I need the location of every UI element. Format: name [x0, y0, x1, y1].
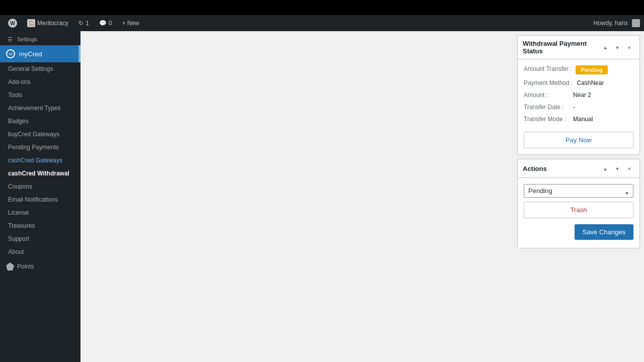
withdrawal-widget: Withdrawal Payment Status Amount Transfe…: [517, 35, 640, 155]
sidebar: ☰ Settings M myCred General SettingsAdd-…: [0, 31, 80, 362]
payment-method-value: CashNear: [577, 79, 633, 86]
save-row: Save Changes: [524, 218, 633, 242]
save-changes-button[interactable]: Save Changes: [575, 224, 633, 240]
withdrawal-widget-controls: [600, 42, 634, 52]
amount-row: Amount : Near 2: [524, 92, 633, 99]
comments-icon: 💬: [99, 20, 107, 27]
withdrawal-widget-body: Amount Transfer : Pending Payment Method…: [518, 59, 639, 154]
actions-widget-header: Actions: [518, 159, 639, 178]
user-avatar[interactable]: [632, 19, 640, 27]
wp-logo-icon: W: [8, 19, 17, 28]
amount-transfer-row: Amount Transfer : Pending: [524, 65, 633, 74]
transfer-date-row: Transfer Date : -: [524, 104, 633, 111]
actions-collapse-down-btn[interactable]: [612, 163, 622, 173]
payment-method-row: Payment Method : CashNear: [524, 79, 633, 86]
mycred-icon: M: [6, 49, 15, 58]
close-icon: [627, 165, 631, 172]
status-select-wrapper: Pending Approved Rejected ▼: [524, 184, 633, 202]
transfer-date-value: -: [573, 104, 633, 111]
top-black-bar: [0, 0, 644, 15]
sidebar-mycred-item[interactable]: M myCred: [0, 45, 80, 62]
sidebar-item-general-settings[interactable]: General Settings: [0, 62, 80, 75]
sidebar-item-email-notifications[interactable]: Email Notifications: [0, 193, 80, 206]
amount-value: Near 2: [573, 92, 633, 99]
settings-text: Settings: [17, 36, 37, 42]
actions-widget-title: Actions: [523, 165, 547, 172]
new-item[interactable]: + New: [118, 15, 143, 31]
points-icon: [6, 262, 14, 270]
admin-bar: W 🏠 Meritocracy ↻ 1 💬 0 + New Howdy, har…: [0, 15, 644, 31]
right-panel: Withdrawal Payment Status Amount Transfe…: [513, 31, 644, 362]
points-label: Points: [17, 263, 34, 270]
sidebar-item-tools[interactable]: Tools: [0, 88, 80, 102]
site-icon: 🏠: [27, 19, 35, 27]
site-name: Meritocracy: [37, 20, 68, 27]
actions-widget: Actions Pending App: [517, 159, 640, 248]
sidebar-item-support[interactable]: Support: [0, 232, 80, 245]
payment-method-label: Payment Method :: [524, 79, 573, 86]
withdrawal-widget-title: Withdrawal Payment Status: [523, 40, 600, 55]
chevron-up-icon: [603, 165, 608, 172]
settings-icon: ☰: [6, 35, 14, 43]
withdrawal-collapse-up-btn[interactable]: [600, 42, 610, 52]
admin-bar-right: Howdy, harix: [590, 19, 640, 27]
close-icon: [627, 44, 631, 51]
sidebar-item-achievement-types[interactable]: Achievement Types: [0, 102, 80, 115]
howdy-text: Howdy, harix: [590, 20, 632, 27]
pay-now-button[interactable]: Pay Now: [524, 132, 633, 148]
trash-button[interactable]: Trash: [524, 202, 633, 218]
sidebar-item-about[interactable]: About: [0, 245, 80, 258]
actions-widget-controls: [600, 163, 634, 173]
updates-count: 1: [86, 20, 89, 27]
chevron-down-icon: [615, 165, 620, 172]
transfer-mode-label: Transfer Mode :: [524, 116, 569, 123]
chevron-up-icon: [603, 44, 608, 51]
actions-close-btn[interactable]: [624, 163, 634, 173]
new-label: + New: [122, 20, 139, 27]
transfer-mode-value: Manual: [573, 116, 633, 123]
updates-item[interactable]: ↻ 1: [74, 15, 93, 31]
comments-item[interactable]: 💬 0: [95, 15, 116, 31]
sidebar-item-treasures[interactable]: Treasures: [0, 219, 80, 232]
comments-count: 0: [109, 20, 112, 27]
withdrawal-collapse-down-btn[interactable]: [612, 42, 622, 52]
sidebar-menu: General SettingsAdd-onsToolsAchievement …: [0, 62, 80, 258]
transfer-date-label: Transfer Date :: [524, 104, 569, 111]
amount-transfer-label: Amount Transfer :: [524, 65, 572, 72]
transfer-mode-row: Transfer Mode : Manual: [524, 116, 633, 123]
pending-badge: Pending: [576, 65, 607, 74]
withdrawal-close-btn[interactable]: [624, 42, 634, 52]
mycred-label: myCred: [19, 50, 42, 58]
content-area: [80, 31, 513, 362]
sidebar-item-license[interactable]: License: [0, 206, 80, 219]
sidebar-item-cashcred-gateways[interactable]: cashCred Gateways: [0, 154, 80, 167]
sidebar-item-coupons[interactable]: Coupons: [0, 180, 80, 193]
updates-icon: ↻: [78, 20, 84, 27]
actions-collapse-up-btn[interactable]: [600, 163, 610, 173]
status-select[interactable]: Pending Approved Rejected: [524, 184, 633, 198]
sidebar-item-badges[interactable]: Badges: [0, 115, 80, 128]
sidebar-item-add-ons[interactable]: Add-ons: [0, 75, 80, 88]
sidebar-points-item[interactable]: Points: [0, 258, 80, 275]
sidebar-item-cashcred-withdrawal[interactable]: cashCred Withdrawal: [0, 167, 80, 180]
sidebar-item-pending-payments[interactable]: Pending Payments: [0, 141, 80, 154]
wp-logo-item[interactable]: W: [4, 15, 21, 31]
actions-widget-body: Pending Approved Rejected ▼ Trash Save C…: [518, 178, 639, 248]
withdrawal-widget-header: Withdrawal Payment Status: [518, 36, 639, 59]
chevron-down-icon: [615, 44, 620, 51]
amount-label: Amount :: [524, 92, 569, 99]
sidebar-item-buycred-gateways[interactable]: buyCred Gateways: [0, 128, 80, 141]
sidebar-settings-label: ☰ Settings: [0, 31, 80, 45]
site-name-item[interactable]: 🏠 Meritocracy: [23, 15, 72, 31]
main-layout: ☰ Settings M myCred General SettingsAdd-…: [0, 31, 644, 362]
